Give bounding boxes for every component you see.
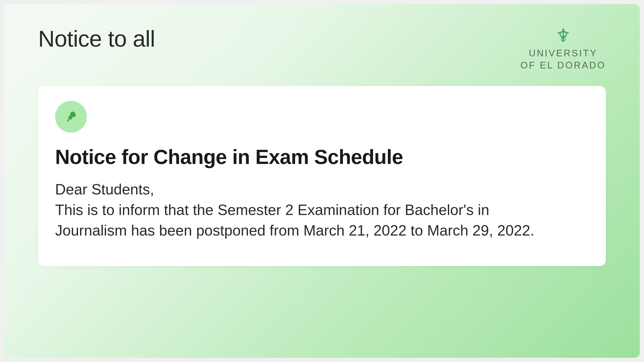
pin-icon bbox=[64, 109, 78, 124]
notice-title: Notice for Change in Exam Schedule bbox=[55, 145, 589, 169]
svg-rect-4 bbox=[67, 118, 70, 122]
notice-card: Notice for Change in Exam Schedule Dear … bbox=[38, 86, 606, 266]
notice-body: Dear Students, This is to inform that th… bbox=[55, 179, 564, 241]
university-name-line2: OF EL DORADO bbox=[520, 59, 606, 71]
notice-text: This is to inform that the Semester 2 Ex… bbox=[55, 200, 564, 241]
slide-container: Notice to all bbox=[4, 4, 640, 358]
notice-salutation: Dear Students, bbox=[55, 179, 564, 200]
caduceus-icon bbox=[555, 27, 572, 44]
page-title: Notice to all bbox=[38, 25, 155, 52]
university-name-line1: UNIVERSITY bbox=[520, 47, 606, 59]
header-row: Notice to all bbox=[38, 25, 606, 71]
university-logo-block: UNIVERSITY OF EL DORADO bbox=[520, 25, 606, 71]
university-name: UNIVERSITY OF EL DORADO bbox=[520, 47, 606, 71]
pin-badge bbox=[55, 101, 87, 133]
